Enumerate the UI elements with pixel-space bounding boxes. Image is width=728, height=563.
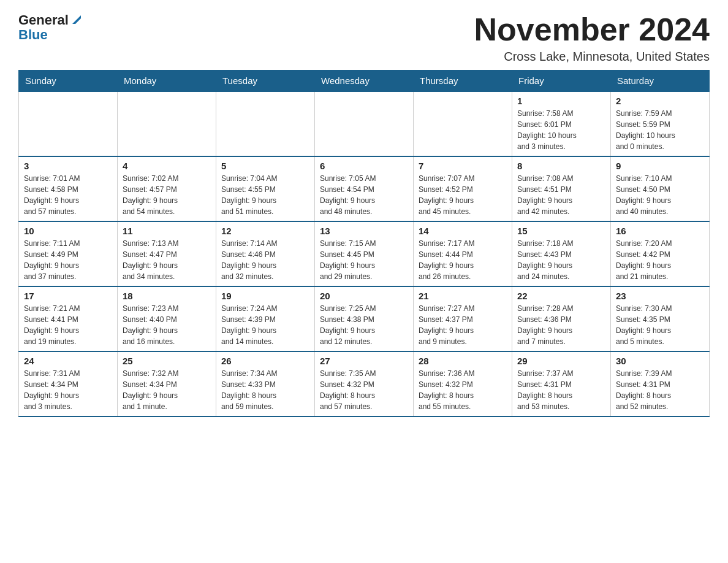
day-info: Sunrise: 7:21 AM Sunset: 4:41 PM Dayligh… <box>24 303 112 347</box>
day-number: 20 <box>320 291 408 301</box>
day-info: Sunrise: 7:23 AM Sunset: 4:40 PM Dayligh… <box>123 303 211 347</box>
weekday-header-sunday: Sunday <box>19 71 118 92</box>
weekday-header-saturday: Saturday <box>611 71 710 92</box>
day-number: 9 <box>616 161 704 171</box>
day-number: 24 <box>24 356 112 366</box>
day-info: Sunrise: 7:24 AM Sunset: 4:39 PM Dayligh… <box>221 303 309 347</box>
day-number: 10 <box>24 226 112 236</box>
day-info: Sunrise: 7:35 AM Sunset: 4:32 PM Dayligh… <box>320 368 408 412</box>
calendar-cell: 17Sunrise: 7:21 AM Sunset: 4:41 PM Dayli… <box>19 286 118 351</box>
calendar-cell: 7Sunrise: 7:07 AM Sunset: 4:52 PM Daylig… <box>414 156 512 221</box>
calendar-cell: 24Sunrise: 7:31 AM Sunset: 4:34 PM Dayli… <box>19 351 118 416</box>
calendar-cell: 3Sunrise: 7:01 AM Sunset: 4:58 PM Daylig… <box>19 156 118 221</box>
calendar-cell: 29Sunrise: 7:37 AM Sunset: 4:31 PM Dayli… <box>512 351 611 416</box>
logo: General Blue <box>18 12 83 43</box>
day-number: 19 <box>221 291 309 301</box>
calendar-cell: 22Sunrise: 7:28 AM Sunset: 4:36 PM Dayli… <box>512 286 611 351</box>
day-info: Sunrise: 7:32 AM Sunset: 4:34 PM Dayligh… <box>123 368 211 412</box>
day-number: 25 <box>123 356 211 366</box>
calendar-week-row: 24Sunrise: 7:31 AM Sunset: 4:34 PM Dayli… <box>19 351 710 416</box>
calendar-cell <box>414 91 512 156</box>
weekday-header-row: SundayMondayTuesdayWednesdayThursdayFrid… <box>19 71 710 92</box>
day-info: Sunrise: 7:58 AM Sunset: 6:01 PM Dayligh… <box>517 108 605 152</box>
day-info: Sunrise: 7:28 AM Sunset: 4:36 PM Dayligh… <box>517 303 605 347</box>
calendar-cell: 16Sunrise: 7:20 AM Sunset: 4:42 PM Dayli… <box>611 221 710 286</box>
calendar-cell: 20Sunrise: 7:25 AM Sunset: 4:38 PM Dayli… <box>315 286 414 351</box>
calendar-week-row: 10Sunrise: 7:11 AM Sunset: 4:49 PM Dayli… <box>19 221 710 286</box>
calendar-cell: 2Sunrise: 7:59 AM Sunset: 5:59 PM Daylig… <box>611 91 710 156</box>
calendar-title: November 2024 <box>474 12 710 47</box>
calendar-cell: 14Sunrise: 7:17 AM Sunset: 4:44 PM Dayli… <box>414 221 512 286</box>
calendar-cell: 4Sunrise: 7:02 AM Sunset: 4:57 PM Daylig… <box>118 156 216 221</box>
day-number: 21 <box>419 291 507 301</box>
calendar-cell: 15Sunrise: 7:18 AM Sunset: 4:43 PM Dayli… <box>512 221 611 286</box>
day-number: 16 <box>616 226 704 236</box>
calendar-cell: 25Sunrise: 7:32 AM Sunset: 4:34 PM Dayli… <box>118 351 216 416</box>
day-number: 4 <box>123 161 211 171</box>
calendar-week-row: 1Sunrise: 7:58 AM Sunset: 6:01 PM Daylig… <box>19 91 710 156</box>
calendar-cell: 28Sunrise: 7:36 AM Sunset: 4:32 PM Dayli… <box>414 351 512 416</box>
day-info: Sunrise: 7:59 AM Sunset: 5:59 PM Dayligh… <box>616 108 704 152</box>
calendar-cell <box>315 91 414 156</box>
day-number: 12 <box>221 226 309 236</box>
calendar-cell: 26Sunrise: 7:34 AM Sunset: 4:33 PM Dayli… <box>216 351 315 416</box>
day-info: Sunrise: 7:10 AM Sunset: 4:50 PM Dayligh… <box>616 173 704 217</box>
day-info: Sunrise: 7:17 AM Sunset: 4:44 PM Dayligh… <box>419 238 507 282</box>
calendar-table: SundayMondayTuesdayWednesdayThursdayFrid… <box>18 70 710 417</box>
day-number: 27 <box>320 356 408 366</box>
calendar-cell <box>216 91 315 156</box>
calendar-week-row: 17Sunrise: 7:21 AM Sunset: 4:41 PM Dayli… <box>19 286 710 351</box>
calendar-cell: 6Sunrise: 7:05 AM Sunset: 4:54 PM Daylig… <box>315 156 414 221</box>
weekday-header-thursday: Thursday <box>414 71 512 92</box>
page-header: General Blue November 2024 Cross Lake, M… <box>18 12 710 64</box>
day-info: Sunrise: 7:13 AM Sunset: 4:47 PM Dayligh… <box>123 238 211 282</box>
calendar-cell: 13Sunrise: 7:15 AM Sunset: 4:45 PM Dayli… <box>315 221 414 286</box>
logo-blue-text: Blue <box>18 27 48 42</box>
title-section: November 2024 Cross Lake, Minnesota, Uni… <box>474 12 710 64</box>
day-info: Sunrise: 7:20 AM Sunset: 4:42 PM Dayligh… <box>616 238 704 282</box>
weekday-header-wednesday: Wednesday <box>315 71 414 92</box>
day-number: 13 <box>320 226 408 236</box>
day-info: Sunrise: 7:01 AM Sunset: 4:58 PM Dayligh… <box>24 173 112 217</box>
calendar-cell: 19Sunrise: 7:24 AM Sunset: 4:39 PM Dayli… <box>216 286 315 351</box>
calendar-cell: 1Sunrise: 7:58 AM Sunset: 6:01 PM Daylig… <box>512 91 611 156</box>
day-number: 15 <box>517 226 605 236</box>
day-info: Sunrise: 7:34 AM Sunset: 4:33 PM Dayligh… <box>221 368 309 412</box>
day-number: 5 <box>221 161 309 171</box>
calendar-cell: 21Sunrise: 7:27 AM Sunset: 4:37 PM Dayli… <box>414 286 512 351</box>
day-number: 8 <box>517 161 605 171</box>
day-info: Sunrise: 7:15 AM Sunset: 4:45 PM Dayligh… <box>320 238 408 282</box>
day-number: 1 <box>517 96 605 106</box>
day-info: Sunrise: 7:36 AM Sunset: 4:32 PM Dayligh… <box>419 368 507 412</box>
day-info: Sunrise: 7:08 AM Sunset: 4:51 PM Dayligh… <box>517 173 605 217</box>
day-info: Sunrise: 7:31 AM Sunset: 4:34 PM Dayligh… <box>24 368 112 412</box>
day-number: 2 <box>616 96 704 106</box>
day-info: Sunrise: 7:25 AM Sunset: 4:38 PM Dayligh… <box>320 303 408 347</box>
day-info: Sunrise: 7:14 AM Sunset: 4:46 PM Dayligh… <box>221 238 309 282</box>
day-number: 29 <box>517 356 605 366</box>
calendar-cell: 27Sunrise: 7:35 AM Sunset: 4:32 PM Dayli… <box>315 351 414 416</box>
day-number: 22 <box>517 291 605 301</box>
logo-triangle-icon <box>70 13 83 26</box>
weekday-header-monday: Monday <box>118 71 216 92</box>
calendar-cell: 9Sunrise: 7:10 AM Sunset: 4:50 PM Daylig… <box>611 156 710 221</box>
day-info: Sunrise: 7:05 AM Sunset: 4:54 PM Dayligh… <box>320 173 408 217</box>
calendar-week-row: 3Sunrise: 7:01 AM Sunset: 4:58 PM Daylig… <box>19 156 710 221</box>
day-info: Sunrise: 7:07 AM Sunset: 4:52 PM Dayligh… <box>419 173 507 217</box>
day-info: Sunrise: 7:11 AM Sunset: 4:49 PM Dayligh… <box>24 238 112 282</box>
weekday-header-tuesday: Tuesday <box>216 71 315 92</box>
calendar-cell: 12Sunrise: 7:14 AM Sunset: 4:46 PM Dayli… <box>216 221 315 286</box>
calendar-cell: 8Sunrise: 7:08 AM Sunset: 4:51 PM Daylig… <box>512 156 611 221</box>
calendar-cell: 30Sunrise: 7:39 AM Sunset: 4:31 PM Dayli… <box>611 351 710 416</box>
day-number: 28 <box>419 356 507 366</box>
calendar-cell <box>19 91 118 156</box>
day-number: 14 <box>419 226 507 236</box>
day-info: Sunrise: 7:39 AM Sunset: 4:31 PM Dayligh… <box>616 368 704 412</box>
day-number: 6 <box>320 161 408 171</box>
day-number: 30 <box>616 356 704 366</box>
day-number: 23 <box>616 291 704 301</box>
calendar-cell: 5Sunrise: 7:04 AM Sunset: 4:55 PM Daylig… <box>216 156 315 221</box>
day-number: 3 <box>24 161 112 171</box>
calendar-subtitle: Cross Lake, Minnesota, United States <box>474 50 710 64</box>
calendar-cell: 10Sunrise: 7:11 AM Sunset: 4:49 PM Dayli… <box>19 221 118 286</box>
